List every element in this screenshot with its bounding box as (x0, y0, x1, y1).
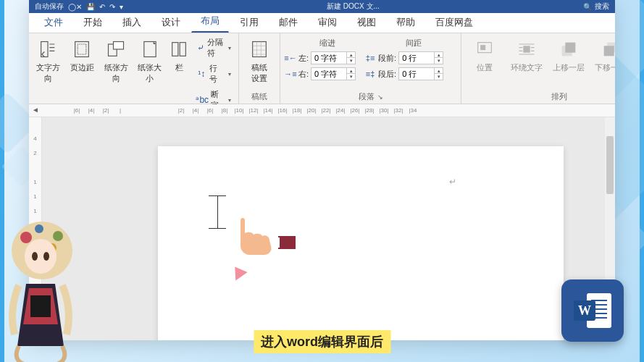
spin-down[interactable]: ▾ (434, 74, 443, 80)
pointing-hand-icon (233, 214, 298, 258)
bring-forward-button[interactable]: 上移一层 (550, 36, 587, 75)
chevron-down-icon: ▾ (228, 97, 231, 104)
spacing-after-label: 段后: (378, 69, 396, 80)
breaks-label: 分隔符 (207, 37, 224, 59)
indent-right-icon: →≡ (285, 68, 296, 80)
margins-button[interactable]: 页边距 (67, 36, 97, 75)
text-direction-button[interactable]: 文字方向 (33, 36, 63, 85)
save-icon[interactable]: 💾 (86, 3, 95, 11)
paragraph-launcher[interactable]: ↘ (377, 93, 383, 101)
line-numbers-button[interactable]: ¹↕行号▾ (193, 62, 234, 85)
margins-icon (72, 39, 92, 59)
redo-icon[interactable]: ↷ (109, 3, 115, 11)
tab-help[interactable]: 帮助 (387, 11, 425, 33)
svg-point-29 (43, 252, 49, 261)
undo-icon[interactable]: ↶ (99, 3, 105, 11)
svg-rect-30 (30, 295, 51, 317)
group-manuscript: 稿纸 设置 稿纸 (239, 33, 280, 104)
tab-home[interactable]: 开始 (74, 11, 112, 33)
group-page-setup: 文字方向 页边距 纸张方向 纸张大小 栏 (29, 33, 239, 104)
spin-up[interactable]: ▴ (434, 52, 443, 58)
spin-up[interactable]: ▴ (346, 52, 355, 58)
wrap-text-button[interactable]: 环绕文字 (508, 36, 545, 75)
subtitle-caption: 进入word编辑界面后 (254, 330, 390, 353)
send-backward-label: 下移一层 (595, 62, 615, 73)
svg-rect-4 (114, 42, 124, 50)
chevron-down-icon: ▾ (228, 71, 231, 77)
workspace: 42111 (29, 117, 615, 340)
scrollbar-thumb[interactable] (606, 136, 614, 194)
group-paragraph: 缩进 间距 ≡← 左: ▴▾ →≡ (280, 33, 461, 104)
ribbon-tabs: 文件 开始 插入 设计 布局 引用 邮件 审阅 视图 帮助 百度网盘 (29, 13, 615, 33)
line-numbers-label: 行号 (209, 63, 224, 85)
indent-right-input[interactable] (311, 70, 346, 78)
document-area[interactable] (42, 117, 615, 340)
word-logo-icon: W (561, 279, 624, 342)
send-backward-button[interactable]: 下移一层 (592, 36, 615, 75)
wrap-text-icon (517, 39, 537, 59)
svg-rect-18 (275, 237, 280, 248)
size-button[interactable]: 纸张大小 (135, 36, 164, 85)
tab-design[interactable]: 设计 (152, 11, 190, 33)
orientation-button[interactable]: 纸张方向 (101, 36, 131, 85)
tab-view[interactable]: 视图 (348, 11, 385, 33)
breaks-icon: ⤶ (196, 42, 204, 54)
indent-right-stepper[interactable]: ▴▾ (311, 67, 356, 80)
indent-left-input[interactable] (311, 54, 346, 62)
tab-review[interactable]: 审阅 (309, 11, 346, 33)
orientation-icon (106, 39, 126, 59)
group-manuscript-label: 稿纸 (251, 91, 267, 102)
svg-rect-6 (172, 43, 178, 56)
svg-point-27 (25, 239, 57, 274)
tab-baidu[interactable]: 百度网盘 (426, 11, 482, 33)
columns-label: 栏 (175, 62, 183, 73)
size-icon (140, 39, 160, 59)
spin-up[interactable]: ▴ (434, 68, 443, 74)
tab-mailings[interactable]: 邮件 (269, 11, 307, 33)
spacing-after-input[interactable] (399, 70, 434, 78)
svg-rect-7 (180, 43, 185, 56)
group-arrange: 位置 环绕文字 上移一层 下移一层 选 排列 (461, 33, 615, 104)
horizontal-ruler[interactable]: ◄ |6||4||2|| |2||4||6||8||10||12||14||16… (29, 104, 615, 117)
bring-forward-label: 上移一层 (553, 62, 585, 73)
svg-point-24 (53, 231, 63, 241)
wrap-text-label: 环绕文字 (511, 62, 543, 73)
columns-button[interactable]: 栏 (169, 36, 189, 75)
paragraph-mark-icon: ↵ (449, 177, 456, 187)
svg-rect-15 (604, 46, 614, 56)
spacing-after-stepper[interactable]: ▴▾ (398, 67, 443, 80)
autosave-toggle[interactable]: 自动保存 (35, 1, 64, 12)
group-paragraph-label: 段落 (359, 91, 375, 102)
indent-left-icon: ≡← (285, 52, 296, 64)
page[interactable] (158, 146, 564, 340)
qat-more-icon[interactable]: ▾ (120, 3, 123, 11)
svg-point-23 (20, 232, 32, 243)
indent-left-stepper[interactable]: ▴▾ (311, 51, 356, 64)
manuscript-icon (249, 39, 269, 59)
breaks-button[interactable]: ⤶分隔符▾ (193, 36, 234, 59)
tab-insert[interactable]: 插入 (113, 11, 151, 33)
svg-point-25 (35, 224, 43, 233)
tab-layout[interactable]: 布局 (191, 9, 229, 33)
group-arrange-label: 排列 (551, 91, 567, 102)
line-numbers-icon: ¹↕ (196, 68, 206, 80)
tab-references[interactable]: 引用 (230, 11, 268, 33)
spacing-before-stepper[interactable]: ▴▾ (398, 51, 443, 64)
spacing-before-icon: ‡≡ (364, 52, 376, 64)
position-button[interactable]: 位置 (466, 36, 503, 75)
svg-rect-10 (480, 45, 485, 50)
position-label: 位置 (477, 62, 493, 73)
tab-file[interactable]: 文件 (35, 11, 72, 33)
spin-up[interactable]: ▴ (346, 68, 355, 74)
svg-point-28 (32, 252, 38, 261)
spacing-before-input[interactable] (399, 54, 434, 62)
columns-icon (169, 39, 189, 59)
search-input[interactable]: 搜索 (595, 1, 609, 12)
bring-forward-icon (559, 39, 579, 59)
autosave-switch-icon[interactable]: ◯✕ (68, 3, 82, 11)
manuscript-settings-button[interactable]: 稿纸 设置 (243, 36, 275, 85)
spin-down[interactable]: ▾ (346, 58, 355, 64)
size-label: 纸张大小 (135, 62, 164, 84)
spin-down[interactable]: ▾ (434, 58, 443, 64)
spin-down[interactable]: ▾ (346, 74, 355, 80)
